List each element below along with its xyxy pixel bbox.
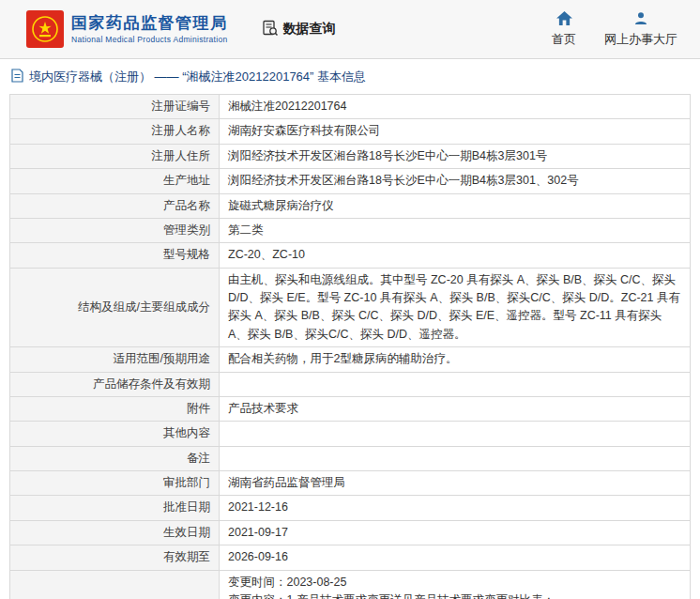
- agency-name-cn: 国家药品监督管理局: [71, 14, 228, 33]
- table-row: 批准日期 2021-12-16: [10, 496, 691, 520]
- nav-service-hall-label: 网上办事大厅: [604, 31, 677, 48]
- row-value: 湖南好安森医疗科技有限公司: [220, 119, 691, 144]
- row-label: 变更情况: [10, 570, 220, 599]
- row-label: 有效期至: [10, 545, 220, 570]
- table-row: 型号规格 ZC-20、ZC-10: [10, 243, 691, 268]
- table-row: 管理类别 第二类: [10, 218, 691, 242]
- row-value: [220, 422, 691, 446]
- row-value: [220, 372, 691, 396]
- table-row: 备注: [10, 446, 691, 470]
- main-content: 境内医疗器械（注册） —— “湘械注准20212201764” 基本信息 注册证…: [0, 59, 700, 599]
- table-row: 适用范围/预期用途 配合相关药物，用于2型糖尿病的辅助治疗。: [10, 347, 691, 372]
- page-title: 境内医疗器械（注册） —— “湘械注准20212201764” 基本信息: [9, 59, 691, 94]
- row-label: 型号规格: [10, 243, 220, 268]
- brand-text: 国家药品监督管理局 National Medical Products Admi…: [71, 14, 228, 44]
- row-label: 结构及组成/主要组成成分: [10, 268, 220, 347]
- top-nav: 首页 网上办事大厅: [552, 11, 677, 48]
- row-value: 浏阳经济技术开发区湘台路18号长沙E中心一期B4栋3层301号: [220, 144, 691, 168]
- row-label: 产品名称: [10, 193, 220, 218]
- nav-home-label: 首页: [552, 31, 576, 48]
- row-label: 批准日期: [10, 496, 220, 520]
- row-value-changes: 变更时间：2023-08-25 变更内容：1.产品技术要求变更详见产品技术要求变…: [220, 570, 691, 599]
- table-row: 产品储存条件及有效期: [10, 372, 691, 396]
- home-icon: [556, 11, 572, 28]
- row-value: 2021-12-16: [220, 496, 691, 520]
- registration-info-table: 注册证编号 湘械注准20212201764 注册人名称 湖南好安森医疗科技有限公…: [9, 94, 691, 599]
- table-row-changes: 变更情况 变更时间：2023-08-25 变更内容：1.产品技术要求变更详见产品…: [10, 570, 691, 599]
- nav-home[interactable]: 首页: [552, 11, 576, 48]
- row-value: 2021-09-17: [220, 520, 691, 545]
- row-label: 备注: [10, 446, 220, 470]
- table-row: 注册人名称 湖南好安森医疗科技有限公司: [10, 119, 691, 144]
- row-label: 注册人住所: [10, 144, 220, 168]
- data-query-nav[interactable]: 数据查询: [262, 20, 336, 39]
- table-row: 附件 产品技术要求: [10, 396, 691, 421]
- row-label: 附件: [10, 396, 220, 421]
- row-label: 其他内容: [10, 422, 220, 446]
- row-value: 由主机、探头和电源线组成。其中型号 ZC-20 具有探头 A、探头 B/B、探头…: [220, 268, 691, 347]
- table-row: 有效期至 2026-09-16: [10, 545, 691, 570]
- row-value: 第二类: [220, 218, 691, 242]
- row-label: 适用范围/预期用途: [10, 347, 220, 372]
- page-title-text: 境内医疗器械（注册） —— “湘械注准20212201764” 基本信息: [29, 69, 366, 85]
- row-value: [220, 446, 691, 470]
- row-value: ZC-20、ZC-10: [220, 243, 691, 268]
- row-label: 审批部门: [10, 471, 220, 496]
- data-query-icon: [262, 20, 279, 39]
- agency-brand[interactable]: 国家药品监督管理局 National Medical Products Admi…: [26, 10, 228, 48]
- row-value: 2026-09-16: [220, 545, 691, 570]
- row-label: 生效日期: [10, 520, 220, 545]
- table-row: 审批部门 湖南省药品监督管理局: [10, 471, 691, 496]
- row-label: 注册人名称: [10, 119, 220, 144]
- table-row: 生效日期 2021-09-17: [10, 520, 691, 545]
- row-value: 旋磁式糖尿病治疗仪: [220, 193, 691, 218]
- row-label: 管理类别: [10, 218, 220, 242]
- row-label: 产品储存条件及有效期: [10, 372, 220, 396]
- table-row: 生产地址 浏阳经济技术开发区湘台路18号长沙E中心一期B4栋3层301、302号: [10, 169, 691, 193]
- national-emblem-icon: [26, 10, 64, 48]
- data-query-label: 数据查询: [283, 21, 336, 38]
- row-label: 注册证编号: [10, 95, 220, 119]
- agency-name-en: National Medical Products Administration: [71, 35, 228, 44]
- row-value: 配合相关药物，用于2型糖尿病的辅助治疗。: [220, 347, 691, 372]
- user-icon: [633, 11, 648, 28]
- row-value: 湖南省药品监督管理局: [220, 471, 691, 496]
- site-header: 国家药品监督管理局 National Medical Products Admi…: [0, 0, 700, 59]
- table-row: 产品名称 旋磁式糖尿病治疗仪: [10, 193, 691, 218]
- table-row: 结构及组成/主要组成成分 由主机、探头和电源线组成。其中型号 ZC-20 具有探…: [10, 268, 691, 347]
- row-value: 浏阳经济技术开发区湘台路18号长沙E中心一期B4栋3层301、302号: [220, 169, 691, 193]
- row-value: 产品技术要求: [220, 396, 691, 421]
- table-row: 其他内容: [10, 422, 691, 446]
- document-icon: [11, 69, 23, 85]
- table-row: 注册人住所 浏阳经济技术开发区湘台路18号长沙E中心一期B4栋3层301号: [10, 144, 691, 168]
- row-value: 湘械注准20212201764: [220, 95, 691, 119]
- nav-service-hall[interactable]: 网上办事大厅: [604, 11, 677, 48]
- row-label: 生产地址: [10, 169, 220, 193]
- table-row: 注册证编号 湘械注准20212201764: [10, 95, 691, 119]
